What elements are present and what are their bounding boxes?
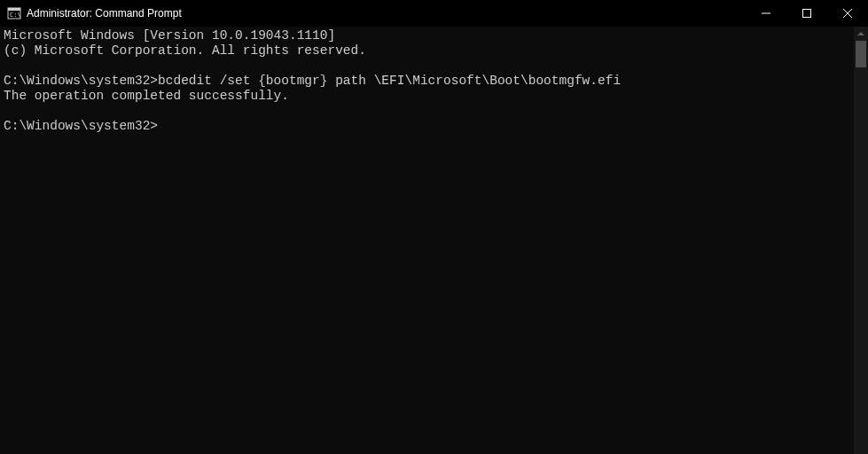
- content-area: Microsoft Windows [Version 10.0.19043.11…: [0, 27, 868, 454]
- scrollbar-thumb[interactable]: [856, 41, 866, 67]
- minimize-button[interactable]: [746, 0, 786, 27]
- window-title: Administrator: Command Prompt: [27, 7, 182, 20]
- terminal-output[interactable]: Microsoft Windows [Version 10.0.19043.11…: [0, 27, 854, 454]
- command-1-text: bcdedit /set {bootmgr} path \EFI\Microso…: [158, 74, 621, 88]
- result-line-1: The operation completed successfully.: [4, 89, 850, 104]
- app-icon: C:\: [7, 6, 21, 20]
- blank-line: [4, 59, 850, 74]
- command-line-1: C:\Windows\system32>bcdedit /set {bootmg…: [4, 74, 850, 89]
- vertical-scrollbar[interactable]: [854, 27, 868, 454]
- close-button[interactable]: [827, 0, 868, 27]
- prompt-2: C:\Windows\system32>: [4, 119, 158, 133]
- copyright-line: (c) Microsoft Corporation. All rights re…: [4, 43, 850, 59]
- current-prompt-line: C:\Windows\system32>: [4, 119, 850, 134]
- command-prompt-window: C:\ Administrator: Command Prompt Micros…: [0, 0, 868, 454]
- maximize-button[interactable]: [786, 0, 827, 27]
- titlebar[interactable]: C:\ Administrator: Command Prompt: [0, 0, 868, 27]
- scrollbar-up-arrow[interactable]: [854, 27, 868, 41]
- svg-text:C:\: C:\: [10, 12, 21, 19]
- version-line: Microsoft Windows [Version 10.0.19043.11…: [4, 28, 850, 43]
- prompt-1: C:\Windows\system32>: [4, 74, 158, 88]
- svg-rect-4: [803, 10, 811, 18]
- window-controls: [746, 0, 868, 27]
- blank-line-2: [4, 104, 850, 119]
- svg-rect-1: [8, 8, 20, 11]
